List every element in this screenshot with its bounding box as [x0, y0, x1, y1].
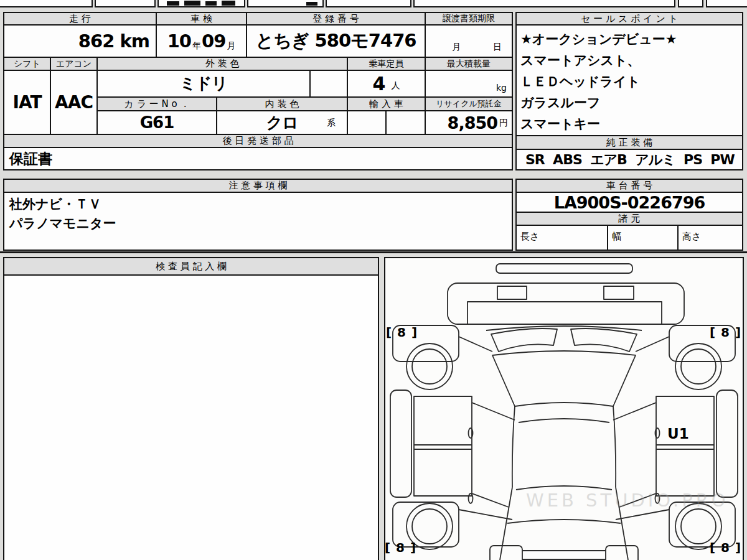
rocker-right [716, 390, 738, 497]
recycle-unit: 円 [499, 118, 508, 129]
front-light-left [497, 286, 527, 299]
capacity-header: 乗車定員 [347, 57, 426, 71]
interior-color-value: クロ [266, 112, 298, 134]
recycle-value: 8,850 [448, 113, 497, 133]
notes-line: 社外ナビ・ＴＶ [9, 195, 512, 214]
capacity-label: 乗車定員 [369, 58, 404, 70]
clipped-cell [95, 0, 156, 7]
transfer-month-unit: 月 [452, 42, 461, 53]
hood [492, 351, 636, 406]
roof-front-arc [519, 419, 609, 422]
rear-window-left [500, 487, 512, 560]
door-handle-left-rear [469, 493, 473, 503]
spec-length-cell: 長さ [515, 225, 608, 251]
spec-length-label: 長さ [520, 231, 539, 243]
tire-mark-front-left: [ 8 ] [386, 325, 418, 340]
color-no-header: カ ラ ー N o ． [96, 96, 217, 111]
interior-color-value-cell: クロ 系 [216, 110, 348, 135]
exterior-color-label: 外 装 色 [205, 58, 240, 70]
windshield-left [491, 329, 557, 352]
interior-color-suffix: 系 [327, 118, 336, 129]
equipment-label: 純 正 装 備 [606, 137, 652, 149]
wheel-front-right [675, 343, 721, 390]
rear-bumper-left [490, 546, 522, 560]
front-bumper-top [496, 264, 632, 273]
spec-height-cell: 高さ [677, 225, 743, 251]
capacity-unit: 人 [391, 80, 400, 91]
import-header: 輸 入 車 [347, 96, 426, 111]
exterior-color-sub-cell [309, 70, 348, 98]
sales-points-header: セ ー ル ス ポ イ ン ト [515, 12, 743, 26]
mileage-header: 走 行 [3, 12, 157, 26]
front-connectors [459, 337, 669, 352]
import-value-cell-2 [385, 110, 426, 135]
transfer-day-unit: 日 [493, 42, 502, 53]
sales-point-item: スマートアシスト、 [520, 50, 742, 71]
clipped-cell [0, 0, 93, 7]
wheel-rear-right-inner [681, 509, 716, 544]
mileage-label: 走 行 [69, 13, 91, 25]
exterior-color-header: 外 装 色 [96, 57, 348, 71]
car-diagram-box: WEB STUDIO.PRO [384, 257, 744, 560]
wheel-front-right-inner [681, 349, 716, 384]
transfer-docs-header: 譲渡書類期限 [425, 12, 513, 26]
spec-width-label: 幅 [612, 231, 621, 243]
mileage-value-cell: 862 km [3, 24, 157, 58]
tire-mark-rear-left: [ 8 ] [385, 540, 416, 555]
wheel-front-left-inner [412, 349, 447, 384]
inspector-box: 検 査 員 記 入 欄 [3, 257, 379, 560]
capacity-value: 4 [373, 73, 385, 95]
doors-right [656, 396, 714, 496]
later-parts-header: 後 日 発 送 部 品 [3, 134, 513, 148]
recycle-header: リサイクル預託金 [425, 96, 513, 111]
rear-window-arc [507, 520, 621, 523]
notes-line: パラノマモニター [9, 214, 512, 233]
roof-edge-right [613, 406, 616, 487]
equipment-value-cell: SR ABS エアB アルミ PS PW [515, 149, 743, 170]
clipped-text-fragment [205, 1, 217, 6]
shaken-header: 車 検 [156, 12, 247, 26]
rocker-left [390, 390, 411, 497]
later-parts-label: 後 日 発 送 部 品 [223, 135, 294, 147]
shift-header: シフト [3, 57, 51, 71]
mileage-value: 862 km [78, 30, 156, 52]
shaken-month: 09 [202, 30, 225, 52]
later-parts-value: 保証書 [4, 149, 52, 169]
sales-point-item: ガラスルーフ [520, 92, 742, 113]
transfer-docs-label: 譲渡書類期限 [443, 13, 495, 24]
max-load-value-cell: kg [425, 70, 513, 98]
front-light-right [604, 286, 634, 299]
sales-points-body: ★オークションデビュー★ スマートアシスト、 ＬＥＤヘッドライト ガラスルーフ … [515, 24, 743, 136]
color-no-value-cell: G61 [96, 110, 217, 135]
chassis-label: 車 台 番 号 [606, 180, 652, 192]
door-divider-left [414, 445, 472, 449]
shift-label: シフト [14, 58, 40, 70]
clipped-cell [678, 0, 703, 7]
sales-point-item: ★オークションデビュー★ [520, 29, 742, 50]
tire-mark-front-right: [ 8 ] [710, 325, 741, 340]
aircon-value: AAC [55, 92, 93, 113]
sales-point-item: スマートキー [520, 113, 742, 134]
auction-sheet: { "page": { "watermark": "WEB STUDIO.PRO… [0, 0, 747, 560]
exterior-color-value-cell: ミドリ [96, 70, 311, 98]
spec-height-label: 高さ [682, 231, 701, 243]
door-divider-right [656, 445, 714, 449]
clipped-cell [706, 0, 747, 7]
shaken-label: 車 検 [190, 13, 212, 25]
clipped-text-fragment [167, 1, 179, 6]
front-bumper [448, 283, 684, 324]
shift-value: IAT [12, 92, 41, 113]
registration-header: 登 録 番 号 [246, 12, 426, 26]
clipped-text-fragment [184, 1, 200, 6]
rear-connectors [459, 510, 669, 520]
import-label: 輸 入 車 [369, 98, 403, 110]
shaken-month-unit: 月 [227, 40, 235, 52]
doors-left [414, 396, 472, 496]
aircon-header: エアコン [50, 57, 98, 71]
rear-bumper-bar [522, 551, 606, 559]
sales-point-item: ＬＥＤヘッドライト [520, 71, 742, 92]
door-top-connectors [472, 403, 656, 420]
sales-points-label: セ ー ル ス ポ イ ン ト [581, 13, 678, 25]
capacity-value-cell: 4 人 [347, 70, 426, 98]
transfer-docs-value-cell: 月 日 [425, 24, 513, 58]
